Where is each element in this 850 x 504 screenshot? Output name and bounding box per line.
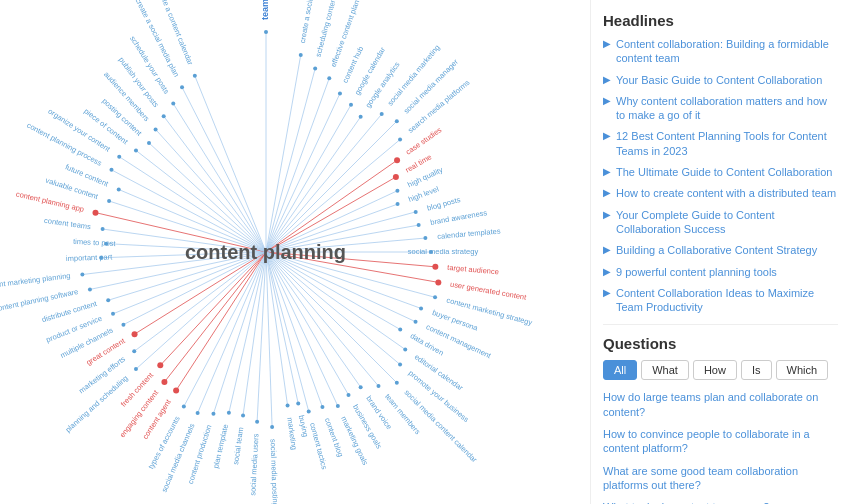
question-item[interactable]: How do large teams plan and collaborate … [603,390,838,419]
megaphone-icon: ▶ [603,244,611,255]
headline-item[interactable]: ▶Your Complete Guide to Content Collabor… [603,208,838,237]
svg-point-175 [116,187,120,191]
svg-text:social team: social team [231,427,245,466]
headline-item[interactable]: ▶The Ultimate Guide to Content Collabora… [603,165,838,179]
svg-text:blog posts: blog posts [426,195,462,213]
svg-point-85 [358,385,362,389]
svg-line-195 [173,104,266,252]
filter-tab-all[interactable]: All [603,360,637,380]
question-item[interactable]: What are some good team collaboration pl… [603,464,838,493]
svg-text:target audience: target audience [446,263,498,276]
svg-line-123 [183,252,265,407]
megaphone-icon: ▶ [603,166,611,177]
svg-point-169 [92,210,98,216]
svg-point-97 [306,409,310,413]
svg-text:buying: buying [296,414,309,437]
headline-text: Why content collaboration matters and ho… [616,94,838,123]
svg-point-196 [171,102,175,106]
svg-point-76 [398,362,402,366]
megaphone-icon: ▶ [603,95,611,106]
svg-point-61 [433,295,437,299]
svg-point-19 [358,115,362,119]
svg-point-124 [181,405,185,409]
svg-point-58 [435,279,441,285]
megaphone-icon: ▶ [603,266,611,277]
svg-point-133 [157,362,163,368]
svg-text:social media users: social media users [248,433,260,496]
filter-tabs: AllWhatHowIsWhich [603,360,838,380]
center-label: content planning [185,241,346,264]
questions-title: Questions [603,335,838,352]
svg-text:important part: important part [65,252,112,263]
headline-text: Content Collaboration Ideas to Maximize … [616,286,838,315]
headline-item[interactable]: ▶Building a Collaborative Content Strate… [603,243,838,257]
svg-text:social media strategy: social media strategy [407,247,478,256]
headline-item[interactable]: ▶12 Best Content Planning Tools for Cont… [603,129,838,158]
filter-tab-how[interactable]: How [693,360,737,380]
question-item[interactable]: What tools do content teams use? [603,500,838,504]
svg-point-157 [80,273,84,277]
megaphone-icon: ▶ [603,74,611,85]
svg-point-82 [376,384,380,388]
topic-wheel[interactable]: teams collaborationcreate a social media… [0,0,546,504]
svg-point-136 [133,367,137,371]
headlines-list: ▶Content collaboration: Building a formi… [603,37,838,314]
filter-tab-is[interactable]: Is [741,360,772,380]
right-panel: Headlines ▶Content collaboration: Buildi… [590,0,850,504]
headline-text: Your Complete Guide to Content Collabora… [616,208,838,237]
svg-point-109 [255,420,259,424]
svg-text:plan template: plan template [211,423,230,469]
headline-item[interactable]: ▶Content Collaboration Ideas to Maximize… [603,286,838,315]
svg-point-115 [226,411,230,415]
svg-point-4 [298,53,302,57]
headline-text: Content collaboration: Building a formid… [616,37,838,66]
headline-item[interactable]: ▶Your Basic Guide to Content Collaborati… [603,73,838,87]
svg-line-120 [197,252,265,413]
svg-point-88 [346,393,350,397]
svg-text:teams collaboration: teams collaboration [260,0,270,20]
svg-point-37 [395,189,399,193]
svg-point-40 [395,202,399,206]
headline-text: Your Basic Guide to Content Collaboratio… [616,73,822,87]
megaphone-icon: ▶ [603,209,611,220]
svg-line-108 [257,252,266,422]
svg-point-148 [111,312,115,316]
headline-text: How to create content with a distributed… [616,186,836,200]
svg-point-28 [398,138,402,142]
svg-point-73 [403,348,407,352]
svg-point-16 [349,103,353,107]
svg-point-178 [109,168,113,172]
svg-point-22 [379,112,383,116]
question-item[interactable]: How to convince people to collaborate in… [603,427,838,456]
svg-text:content marketing planning: content marketing planning [0,271,70,291]
svg-text:content planning process: content planning process [25,121,103,168]
headline-item[interactable]: ▶Content collaboration: Building a formi… [603,37,838,66]
svg-point-142 [131,331,137,337]
filter-tab-what[interactable]: What [641,360,689,380]
headline-item[interactable]: ▶How to create content with a distribute… [603,186,838,200]
svg-point-10 [327,76,331,80]
svg-point-190 [153,127,157,131]
svg-point-187 [146,141,150,145]
svg-line-132 [160,252,266,365]
megaphone-icon: ▶ [603,287,611,298]
svg-point-49 [423,236,427,240]
headline-item[interactable]: ▶9 powerful content planning tools [603,265,838,279]
headline-text: The Ultimate Guide to Content Collaborat… [616,165,832,179]
svg-point-94 [320,405,324,409]
svg-point-100 [296,402,300,406]
svg-line-186 [148,143,265,252]
megaphone-icon: ▶ [603,187,611,198]
headline-item[interactable]: ▶Why content collaboration matters and h… [603,94,838,123]
svg-point-70 [398,328,402,332]
svg-point-139 [132,349,136,353]
questions-list: How do large teams plan and collaborate … [603,390,838,504]
svg-point-79 [394,381,398,385]
svg-point-127 [173,387,179,393]
svg-point-43 [413,210,417,214]
svg-point-103 [285,403,289,407]
section-divider [603,324,838,325]
svg-point-91 [335,404,339,408]
headline-text: 12 Best Content Planning Tools for Conte… [616,129,838,158]
filter-tab-which[interactable]: Which [776,360,829,380]
